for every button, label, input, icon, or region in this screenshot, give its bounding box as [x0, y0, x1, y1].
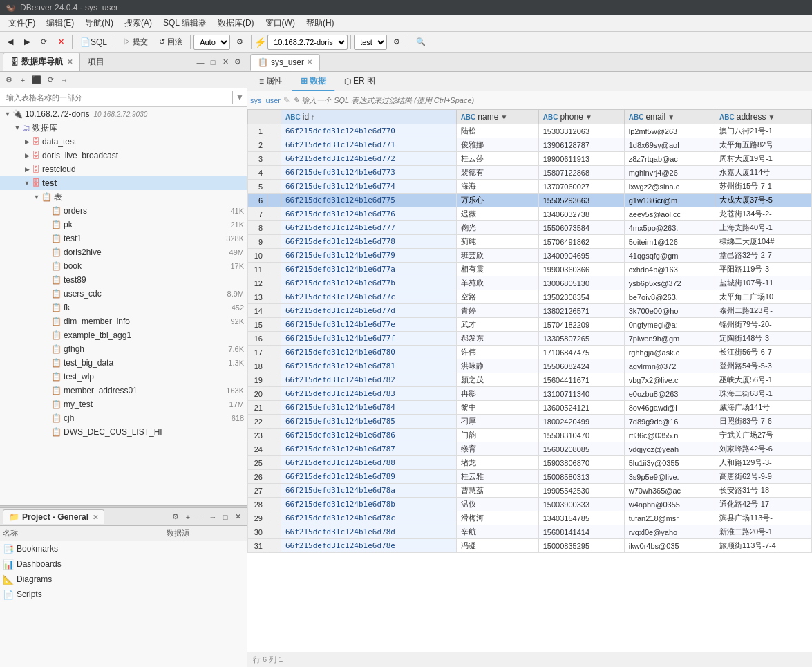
connection-select[interactable]: 10.168.2.72-doris: [267, 35, 348, 50]
data-table-container[interactable]: ABC id ↑ ABC name ▼ ABC phone ▼: [247, 109, 812, 652]
cell-phone[interactable]: 19905542530: [538, 484, 624, 498]
menu-help[interactable]: 帮助(H): [301, 16, 340, 30]
cell-name[interactable]: 刁厚: [456, 415, 538, 429]
cell-name[interactable]: 缑育: [456, 442, 538, 456]
db-settings-button[interactable]: ⚙: [388, 35, 405, 50]
cell-id[interactable]: 66f215defd31c124b1e6d776: [281, 207, 457, 221]
cell-phone[interactable]: 15505293663: [538, 194, 624, 207]
cell-phone[interactable]: 13400904695: [538, 249, 624, 263]
db-settings-tb-button[interactable]: ⚙: [3, 74, 15, 86]
cell-phone[interactable]: 13006805130: [538, 276, 624, 290]
table-row[interactable]: 2766f215defd31c124b1e6d78a曹慧荔19905542530…: [248, 484, 812, 498]
tree-table-pk[interactable]: 📋 pk 21K: [0, 218, 247, 232]
cell-id[interactable]: 66f215defd31c124b1e6d78b: [281, 498, 457, 511]
cell-address[interactable]: 长江街56号-6-7: [715, 346, 811, 359]
cell-id[interactable]: 66f215defd31c124b1e6d770: [281, 124, 457, 138]
cell-address[interactable]: 定陶街148号-3-: [715, 332, 811, 346]
cell-phone[interactable]: 13403154785: [538, 511, 624, 525]
table-row[interactable]: 2166f215defd31c124b1e6d784黎中136005241218…: [248, 401, 812, 415]
cell-name[interactable]: 温仪: [456, 498, 538, 511]
cell-name[interactable]: 门韵: [456, 429, 538, 442]
cell-address[interactable]: 高唐街62号-9-9: [715, 470, 811, 484]
table-row[interactable]: 1966f215defd31c124b1e6d782颜之茂15604411671…: [248, 373, 812, 387]
cell-id[interactable]: 66f215defd31c124b1e6d786: [281, 429, 457, 442]
cell-phone[interactable]: 13707060027: [538, 180, 624, 194]
cell-id[interactable]: 66f215defd31c124b1e6d778: [281, 235, 457, 249]
cell-phone[interactable]: 15807122868: [538, 166, 624, 180]
cell-id[interactable]: 66f215defd31c124b1e6d787: [281, 442, 457, 456]
tree-root[interactable]: ▼ 🔌 10.168.2.72-doris 10.168.2.72:9030: [0, 107, 247, 121]
cell-phone[interactable]: 15600208085: [538, 442, 624, 456]
cell-name[interactable]: 黎中: [456, 401, 538, 415]
filter-tag[interactable]: sys_user: [250, 96, 281, 104]
table-row[interactable]: 2666f215defd31c124b1e6d789桂云雅15008580313…: [248, 470, 812, 484]
cell-name[interactable]: 青婷: [456, 304, 538, 318]
cell-phone[interactable]: 19900611913: [538, 152, 624, 166]
tree-table-member-addr[interactable]: 📋 member_address01 163K: [0, 384, 247, 397]
table-row[interactable]: 1766f215defd31c124b1e6d780许伟17106847475r…: [248, 346, 812, 359]
db-nav-close[interactable]: ✕: [67, 58, 73, 66]
cell-phone[interactable]: 13406032738: [538, 207, 624, 221]
cell-phone[interactable]: 15003900333: [538, 498, 624, 511]
search-input[interactable]: [3, 91, 233, 104]
cell-email[interactable]: tufan218@msr: [624, 511, 715, 525]
database-select[interactable]: test: [354, 35, 387, 50]
db-collapse-button[interactable]: ⬛: [30, 74, 43, 86]
tree-table-cjh[interactable]: 📋 cjh 618: [0, 411, 247, 425]
cell-id[interactable]: 66f215defd31c124b1e6d773: [281, 166, 457, 180]
col-header-id[interactable]: ABC id ↑: [281, 110, 457, 124]
tree-item-test[interactable]: ▼ 🗄 test: [0, 176, 247, 190]
col-header-name[interactable]: ABC name ▼: [456, 110, 538, 124]
cell-phone[interactable]: 13305807265: [538, 332, 624, 346]
project-close-btn[interactable]: ✕: [232, 511, 244, 523]
cell-id[interactable]: 66f215defd31c124b1e6d78d: [281, 525, 457, 539]
table-row[interactable]: 1866f215defd31c124b1e6d781洪咏静15506082424…: [248, 359, 812, 373]
cell-email[interactable]: aeey5s@aol.cc: [624, 207, 715, 221]
cell-phone[interactable]: 13100711340: [538, 387, 624, 401]
id-sort-icon[interactable]: ↑: [311, 113, 314, 121]
tab-properties[interactable]: ≡ 属性: [250, 72, 292, 91]
maximize-left-button[interactable]: □: [207, 56, 219, 68]
tree-table-dws-dec[interactable]: 📋 DWS_DEC_CUS_LIST_HI: [0, 425, 247, 439]
cell-email[interactable]: 0ngfymegl@a:: [624, 318, 715, 332]
cell-phone[interactable]: 15000835295: [538, 539, 624, 553]
cell-address[interactable]: 龙苍街134号-2-: [715, 207, 811, 221]
cell-phone[interactable]: 13502308354: [538, 290, 624, 304]
project-settings-button[interactable]: ⚙: [169, 511, 182, 523]
cell-email[interactable]: 3k700e00@ho: [624, 304, 715, 318]
table-row[interactable]: 1266f215defd31c124b1e6d77b羊苑欣13006805130…: [248, 276, 812, 290]
cell-address[interactable]: 盐城街107号-11: [715, 276, 811, 290]
project-item-dashboards[interactable]: 📊 Dashboards: [0, 556, 247, 572]
cell-id[interactable]: 66f215defd31c124b1e6d789: [281, 470, 457, 484]
cell-name[interactable]: 海海: [456, 180, 538, 194]
table-row[interactable]: 1066f215defd31c124b1e6d779班芸欣13400904695…: [248, 249, 812, 263]
menu-file[interactable]: 文件(F): [3, 16, 41, 30]
cell-address[interactable]: 太平角五路82号: [715, 138, 811, 152]
cell-email[interactable]: w4npbn@0355: [624, 498, 715, 511]
cell-name[interactable]: 鞠光: [456, 221, 538, 235]
table-row[interactable]: 866f215defd31c124b1e6d777鞠光155060735844m…: [248, 221, 812, 235]
table-row[interactable]: 466f215defd31c124b1e6d773裴德有15807122868m…: [248, 166, 812, 180]
cell-name[interactable]: 辛航: [456, 525, 538, 539]
project-item-diagrams[interactable]: 📐 Diagrams: [0, 572, 247, 587]
filter-input[interactable]: [293, 96, 809, 104]
cell-email[interactable]: z8z7rtqab@ac: [624, 152, 715, 166]
cell-name[interactable]: 颜之茂: [456, 373, 538, 387]
cell-name[interactable]: 武才: [456, 318, 538, 332]
cell-name[interactable]: 桂云雅: [456, 470, 538, 484]
submit-button[interactable]: ▷ 提交: [118, 35, 153, 50]
cell-name[interactable]: 桂云莎: [456, 152, 538, 166]
project-add-button[interactable]: +: [182, 511, 194, 523]
sql-button[interactable]: 📄 SQL: [75, 35, 112, 50]
cell-email[interactable]: ikw0r4bs@035: [624, 539, 715, 553]
cell-name[interactable]: 冯凝: [456, 539, 538, 553]
refresh-button[interactable]: ⟳: [36, 35, 52, 50]
cell-email[interactable]: 3s9p5e9@live.: [624, 470, 715, 484]
db-refresh-tb-button[interactable]: ⟳: [44, 74, 57, 86]
cell-address[interactable]: 大成大厦37号-5: [715, 194, 811, 207]
name-sort-icon[interactable]: ▼: [500, 113, 507, 121]
cell-id[interactable]: 66f215defd31c124b1e6d77c: [281, 290, 457, 304]
cell-address[interactable]: 人和路129号-3-: [715, 456, 811, 470]
cell-name[interactable]: 迟薇: [456, 207, 538, 221]
cell-id[interactable]: 66f215defd31c124b1e6d78e: [281, 539, 457, 553]
